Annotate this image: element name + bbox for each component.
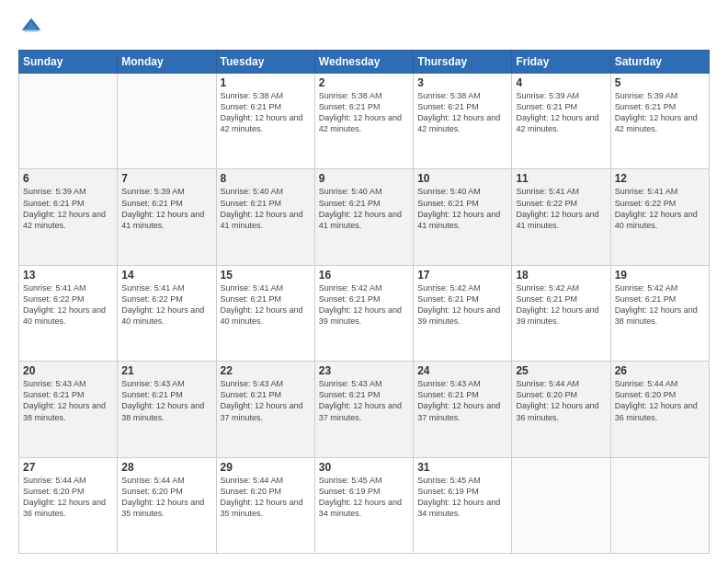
day-number: 20 (23, 364, 113, 377)
day-number: 24 (417, 364, 507, 377)
calendar-cell (118, 74, 216, 169)
day-info: Sunrise: 5:43 AM Sunset: 6:21 PM Dayligh… (417, 378, 507, 423)
day-info: Sunrise: 5:39 AM Sunset: 6:21 PM Dayligh… (121, 186, 211, 231)
day-info: Sunrise: 5:43 AM Sunset: 6:21 PM Dayligh… (23, 378, 113, 423)
day-info: Sunrise: 5:39 AM Sunset: 6:21 PM Dayligh… (615, 90, 705, 135)
day-info: Sunrise: 5:38 AM Sunset: 6:21 PM Dayligh… (417, 90, 507, 135)
day-info: Sunrise: 5:43 AM Sunset: 6:21 PM Dayligh… (121, 378, 211, 423)
day-number: 12 (615, 172, 705, 185)
calendar-week-1: 1Sunrise: 5:38 AM Sunset: 6:21 PM Daylig… (19, 74, 710, 169)
day-info: Sunrise: 5:45 AM Sunset: 6:19 PM Dayligh… (319, 475, 409, 520)
calendar-cell: 18Sunrise: 5:42 AM Sunset: 6:21 PM Dayli… (512, 265, 610, 361)
calendar-cell: 20Sunrise: 5:43 AM Sunset: 6:21 PM Dayli… (19, 362, 118, 457)
day-number: 19 (615, 269, 705, 282)
calendar-cell: 17Sunrise: 5:42 AM Sunset: 6:21 PM Dayli… (414, 265, 512, 361)
day-info: Sunrise: 5:41 AM Sunset: 6:22 PM Dayligh… (516, 186, 606, 231)
weekday-header-tuesday: Tuesday (216, 51, 314, 74)
calendar-cell: 5Sunrise: 5:39 AM Sunset: 6:21 PM Daylig… (610, 74, 709, 169)
calendar-cell: 30Sunrise: 5:45 AM Sunset: 6:19 PM Dayli… (314, 457, 413, 553)
page: SundayMondayTuesdayWednesdayThursdayFrid… (0, 0, 728, 563)
calendar-cell: 23Sunrise: 5:43 AM Sunset: 6:21 PM Dayli… (314, 362, 413, 457)
calendar-week-2: 6Sunrise: 5:39 AM Sunset: 6:21 PM Daylig… (19, 169, 710, 265)
calendar-week-4: 20Sunrise: 5:43 AM Sunset: 6:21 PM Dayli… (19, 362, 710, 457)
weekday-header-sunday: Sunday (19, 51, 118, 74)
day-info: Sunrise: 5:44 AM Sunset: 6:20 PM Dayligh… (516, 378, 606, 423)
calendar-cell (19, 74, 118, 169)
day-number: 30 (319, 461, 409, 474)
day-info: Sunrise: 5:45 AM Sunset: 6:19 PM Dayligh… (417, 475, 507, 520)
weekday-header-monday: Monday (118, 51, 216, 74)
day-info: Sunrise: 5:44 AM Sunset: 6:20 PM Dayligh… (23, 475, 113, 520)
day-number: 13 (23, 269, 113, 282)
calendar-week-3: 13Sunrise: 5:41 AM Sunset: 6:22 PM Dayli… (19, 265, 710, 361)
day-number: 1 (221, 76, 311, 89)
calendar-cell: 19Sunrise: 5:42 AM Sunset: 6:21 PM Dayli… (610, 265, 709, 361)
calendar-cell: 24Sunrise: 5:43 AM Sunset: 6:21 PM Dayli… (414, 362, 512, 457)
day-number: 29 (221, 461, 311, 474)
day-number: 2 (319, 76, 409, 89)
day-number: 26 (615, 364, 705, 377)
weekday-header-wednesday: Wednesday (314, 51, 413, 74)
day-info: Sunrise: 5:44 AM Sunset: 6:20 PM Dayligh… (121, 475, 211, 520)
weekday-header-thursday: Thursday (414, 51, 512, 74)
calendar-cell (610, 457, 709, 553)
day-number: 3 (417, 76, 507, 89)
day-info: Sunrise: 5:39 AM Sunset: 6:21 PM Dayligh… (23, 186, 113, 231)
calendar-cell: 14Sunrise: 5:41 AM Sunset: 6:22 PM Dayli… (118, 265, 216, 361)
calendar: SundayMondayTuesdayWednesdayThursdayFrid… (18, 50, 710, 554)
weekday-header-friday: Friday (512, 51, 610, 74)
calendar-cell: 28Sunrise: 5:44 AM Sunset: 6:20 PM Dayli… (118, 457, 216, 553)
day-info: Sunrise: 5:44 AM Sunset: 6:20 PM Dayligh… (615, 378, 705, 423)
day-number: 5 (615, 76, 705, 89)
day-number: 23 (319, 364, 409, 377)
calendar-cell: 13Sunrise: 5:41 AM Sunset: 6:22 PM Dayli… (19, 265, 118, 361)
day-number: 28 (121, 461, 211, 474)
day-number: 17 (417, 269, 507, 282)
calendar-cell: 21Sunrise: 5:43 AM Sunset: 6:21 PM Dayli… (118, 362, 216, 457)
day-info: Sunrise: 5:42 AM Sunset: 6:21 PM Dayligh… (417, 282, 507, 327)
day-info: Sunrise: 5:40 AM Sunset: 6:21 PM Dayligh… (319, 186, 409, 231)
calendar-cell: 25Sunrise: 5:44 AM Sunset: 6:20 PM Dayli… (512, 362, 610, 457)
day-number: 11 (516, 172, 606, 185)
day-number: 4 (516, 76, 606, 89)
day-number: 25 (516, 364, 606, 377)
calendar-cell: 7Sunrise: 5:39 AM Sunset: 6:21 PM Daylig… (118, 169, 216, 265)
logo-icon (18, 15, 44, 40)
calendar-cell: 27Sunrise: 5:44 AM Sunset: 6:20 PM Dayli… (19, 457, 118, 553)
calendar-cell: 8Sunrise: 5:40 AM Sunset: 6:21 PM Daylig… (216, 169, 314, 265)
calendar-cell: 4Sunrise: 5:39 AM Sunset: 6:21 PM Daylig… (512, 74, 610, 169)
day-info: Sunrise: 5:41 AM Sunset: 6:22 PM Dayligh… (121, 282, 211, 327)
calendar-cell: 3Sunrise: 5:38 AM Sunset: 6:21 PM Daylig… (414, 74, 512, 169)
calendar-cell: 31Sunrise: 5:45 AM Sunset: 6:19 PM Dayli… (414, 457, 512, 553)
calendar-cell: 29Sunrise: 5:44 AM Sunset: 6:20 PM Dayli… (216, 457, 314, 553)
day-info: Sunrise: 5:44 AM Sunset: 6:20 PM Dayligh… (221, 475, 311, 520)
calendar-cell: 2Sunrise: 5:38 AM Sunset: 6:21 PM Daylig… (314, 74, 413, 169)
day-number: 21 (121, 364, 211, 377)
day-number: 14 (121, 269, 211, 282)
calendar-cell: 1Sunrise: 5:38 AM Sunset: 6:21 PM Daylig… (216, 74, 314, 169)
day-info: Sunrise: 5:43 AM Sunset: 6:21 PM Dayligh… (319, 378, 409, 423)
calendar-cell: 16Sunrise: 5:42 AM Sunset: 6:21 PM Dayli… (314, 265, 413, 361)
calendar-cell: 12Sunrise: 5:41 AM Sunset: 6:22 PM Dayli… (610, 169, 709, 265)
day-number: 16 (319, 269, 409, 282)
day-info: Sunrise: 5:42 AM Sunset: 6:21 PM Dayligh… (319, 282, 409, 327)
day-number: 18 (516, 269, 606, 282)
day-number: 22 (221, 364, 311, 377)
day-info: Sunrise: 5:41 AM Sunset: 6:22 PM Dayligh… (615, 186, 705, 231)
calendar-cell (512, 457, 610, 553)
day-number: 10 (417, 172, 507, 185)
calendar-cell: 15Sunrise: 5:41 AM Sunset: 6:21 PM Dayli… (216, 265, 314, 361)
day-number: 6 (23, 172, 113, 185)
header (18, 15, 710, 40)
day-info: Sunrise: 5:39 AM Sunset: 6:21 PM Dayligh… (516, 90, 606, 135)
day-info: Sunrise: 5:40 AM Sunset: 6:21 PM Dayligh… (417, 186, 507, 231)
day-number: 8 (221, 172, 311, 185)
day-number: 31 (417, 461, 507, 474)
day-info: Sunrise: 5:38 AM Sunset: 6:21 PM Dayligh… (319, 90, 409, 135)
day-info: Sunrise: 5:42 AM Sunset: 6:21 PM Dayligh… (516, 282, 606, 327)
day-number: 9 (319, 172, 409, 185)
calendar-cell: 9Sunrise: 5:40 AM Sunset: 6:21 PM Daylig… (314, 169, 413, 265)
calendar-cell: 26Sunrise: 5:44 AM Sunset: 6:20 PM Dayli… (610, 362, 709, 457)
day-info: Sunrise: 5:41 AM Sunset: 6:21 PM Dayligh… (221, 282, 311, 327)
day-info: Sunrise: 5:43 AM Sunset: 6:21 PM Dayligh… (221, 378, 311, 423)
